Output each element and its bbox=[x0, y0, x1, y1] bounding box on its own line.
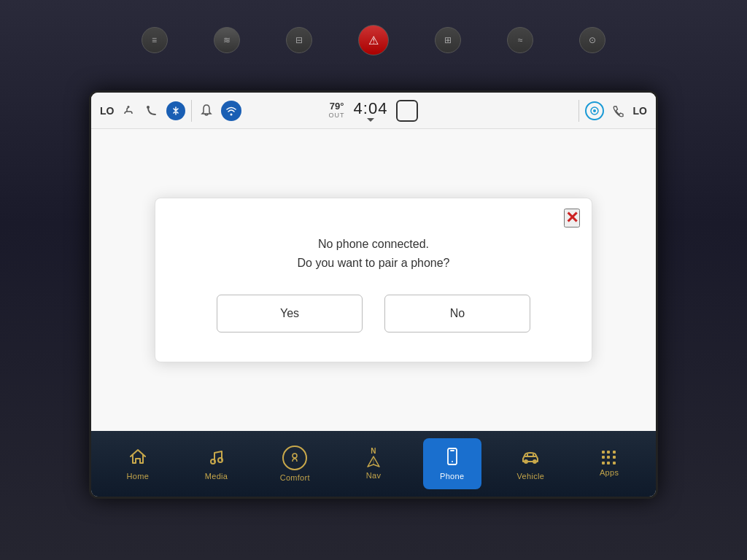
svg-point-6 bbox=[218, 458, 222, 462]
divider-1 bbox=[191, 100, 192, 122]
audio-icon[interactable] bbox=[143, 102, 160, 120]
nav-label-comfort: Comfort bbox=[280, 473, 310, 482]
car-surround: ≡ ≋ ⊟ ⚠ ⊞ ≈ ⊙ LO bbox=[0, 0, 747, 560]
nav-label-apps: Apps bbox=[600, 468, 619, 477]
phys-btn-7[interactable]: ⊙ bbox=[579, 27, 605, 53]
target-icon[interactable] bbox=[585, 101, 604, 120]
nav-item-vehicle[interactable]: Vehicle bbox=[501, 438, 560, 489]
dialog-line1: No phone connected. bbox=[297, 235, 449, 254]
dialog-line2: Do you want to pair a phone? bbox=[297, 254, 449, 273]
phys-btn-6[interactable]: ≈ bbox=[507, 27, 533, 53]
phys-btn-2[interactable]: ≋ bbox=[214, 27, 240, 53]
seat-heat-icon[interactable] bbox=[120, 102, 137, 120]
nav-item-comfort[interactable]: Comfort bbox=[266, 438, 324, 489]
outside-temp: 79° OUT bbox=[329, 101, 345, 119]
right-temp-lo: LO bbox=[633, 105, 647, 117]
physical-controls: ≡ ≋ ⊟ ⚠ ⊞ ≈ ⊙ bbox=[118, 22, 629, 58]
phone-handset-icon[interactable] bbox=[610, 102, 627, 120]
music-icon bbox=[207, 447, 226, 469]
car-icon bbox=[521, 447, 540, 469]
nav-item-home[interactable]: Home bbox=[109, 438, 167, 489]
main-content: ✕ No phone connected. Do you want to pai… bbox=[91, 129, 656, 431]
notification-bell-icon[interactable] bbox=[198, 102, 215, 120]
no-button[interactable]: No bbox=[384, 295, 530, 332]
pair-phone-dialog: ✕ No phone connected. Do you want to pai… bbox=[155, 198, 592, 362]
comfort-icon bbox=[282, 446, 307, 470]
infotainment-screen: LO bbox=[89, 90, 658, 499]
phys-btn-warning[interactable]: ⚠ bbox=[358, 25, 389, 55]
nav-label-nav: Nav bbox=[366, 471, 381, 480]
menu-grid-icon[interactable] bbox=[396, 100, 418, 122]
bottom-nav: Home Media bbox=[91, 431, 656, 497]
svg-point-5 bbox=[211, 459, 215, 464]
nav-label-phone: Phone bbox=[440, 472, 464, 481]
nav-item-phone[interactable]: Phone bbox=[423, 438, 481, 489]
svg-point-1 bbox=[147, 106, 150, 109]
svg-point-0 bbox=[128, 106, 130, 108]
status-left: LO bbox=[100, 100, 325, 122]
wifi-icon[interactable] bbox=[221, 101, 241, 121]
nav-item-media[interactable]: Media bbox=[187, 438, 246, 489]
apps-grid-icon bbox=[602, 451, 616, 465]
divider-2 bbox=[578, 100, 579, 122]
dialog-close-button[interactable]: ✕ bbox=[564, 209, 580, 228]
status-bar: LO bbox=[91, 93, 656, 129]
time-display-group[interactable]: 4:04 bbox=[354, 99, 388, 122]
dialog-message: No phone connected. Do you want to pair … bbox=[297, 235, 449, 272]
phys-btn-3[interactable]: ⊟ bbox=[286, 27, 312, 53]
chevron-down-icon bbox=[367, 118, 374, 122]
svg-point-2 bbox=[231, 113, 233, 115]
nav-label-home: Home bbox=[127, 472, 150, 481]
nav-item-nav[interactable]: N Nav bbox=[344, 438, 403, 489]
phys-btn-5[interactable]: ⊞ bbox=[435, 27, 461, 53]
phone-nav-icon bbox=[443, 447, 462, 469]
left-temp-lo: LO bbox=[100, 105, 114, 117]
nav-label-media: Media bbox=[205, 472, 228, 481]
compass-icon: N bbox=[365, 448, 382, 468]
yes-button[interactable]: Yes bbox=[217, 295, 363, 332]
svg-point-4 bbox=[593, 109, 596, 112]
nav-label-vehicle: Vehicle bbox=[517, 472, 545, 481]
dialog-buttons: Yes No bbox=[192, 295, 555, 332]
home-icon bbox=[128, 447, 147, 469]
bluetooth-icon[interactable] bbox=[166, 101, 185, 120]
svg-point-11 bbox=[452, 461, 453, 462]
status-center: 79° OUT 4:04 bbox=[329, 99, 419, 122]
nav-item-apps[interactable]: Apps bbox=[580, 438, 638, 489]
status-right: LO bbox=[422, 100, 647, 122]
clock: 4:04 bbox=[354, 99, 388, 118]
svg-point-7 bbox=[293, 454, 297, 458]
phys-btn-1[interactable]: ≡ bbox=[142, 27, 168, 53]
